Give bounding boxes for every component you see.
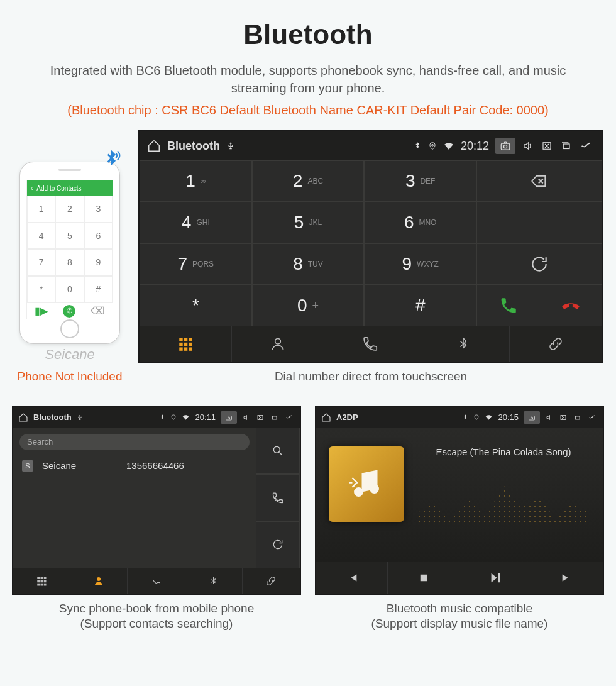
dialer-statusbar-title: Bluetooth bbox=[167, 140, 220, 153]
wifi-icon bbox=[485, 413, 493, 421]
phone-key[interactable]: 1 bbox=[27, 196, 55, 223]
music-time: 20:15 bbox=[498, 412, 519, 422]
phone-video-icon[interactable]: ▮▶ bbox=[35, 305, 48, 317]
phone-key[interactable]: 9 bbox=[84, 249, 113, 276]
tab-contacts[interactable] bbox=[232, 326, 324, 362]
phone-column: ‹ Add to Contacts 1 2 3 4 5 6 7 8 9 * 0 … bbox=[13, 162, 127, 385]
hangup-button[interactable] bbox=[539, 296, 602, 315]
dialer-statusbar: Bluetooth 20:12 bbox=[140, 131, 602, 160]
contact-number: 13566664466 bbox=[126, 460, 184, 471]
dial-key-2[interactable]: 2ABC bbox=[252, 160, 365, 202]
home-icon[interactable] bbox=[147, 139, 161, 153]
svg-rect-21 bbox=[41, 577, 43, 579]
screenshot-icon[interactable] bbox=[221, 411, 237, 424]
tab-recent[interactable] bbox=[128, 568, 185, 594]
svg-rect-27 bbox=[41, 583, 43, 585]
tab-pair[interactable] bbox=[510, 326, 602, 362]
refresh-icon[interactable] bbox=[256, 521, 300, 568]
phone-key[interactable]: * bbox=[27, 276, 55, 303]
dial-key-star[interactable]: * bbox=[140, 285, 252, 326]
dial-keypad: 1∞ 2ABC 3DEF 4GHI 5JKL 6MNO 7PQRS 8TUV 9… bbox=[140, 160, 476, 326]
volume-icon[interactable] bbox=[522, 140, 534, 152]
screenshot-icon[interactable] bbox=[524, 411, 540, 424]
dial-key-1[interactable]: 1∞ bbox=[140, 160, 252, 202]
next-track-button[interactable] bbox=[531, 562, 603, 594]
contacts-search[interactable]: Search bbox=[19, 434, 250, 450]
tab-recent[interactable] bbox=[324, 326, 417, 362]
volume-icon[interactable] bbox=[242, 414, 251, 421]
music-device: A2DP 20:15 Escape (The Pina Colada Song) bbox=[315, 406, 604, 595]
usb-icon bbox=[77, 414, 83, 421]
dial-key-8[interactable]: 8TUV bbox=[252, 243, 365, 285]
svg-rect-9 bbox=[184, 343, 187, 346]
recent-apps-icon[interactable] bbox=[573, 414, 581, 421]
phone-backspace-icon[interactable]: ⌫ bbox=[91, 305, 105, 317]
phone-key[interactable]: # bbox=[84, 276, 113, 303]
home-icon[interactable] bbox=[321, 412, 331, 423]
stop-button[interactable] bbox=[388, 562, 459, 594]
back-icon[interactable] bbox=[586, 414, 598, 421]
dial-key-0[interactable]: 0+ bbox=[252, 285, 365, 326]
phone-key[interactable]: 8 bbox=[55, 249, 84, 276]
backspace-button[interactable] bbox=[476, 160, 602, 202]
svg-rect-18 bbox=[273, 416, 277, 419]
svg-rect-10 bbox=[189, 343, 192, 346]
call-icon[interactable] bbox=[256, 474, 300, 521]
location-icon bbox=[473, 413, 480, 421]
phone-key[interactable]: 4 bbox=[27, 223, 55, 250]
phone-key[interactable]: 6 bbox=[84, 223, 113, 250]
phone-key[interactable]: 0 bbox=[55, 276, 84, 303]
tab-contacts[interactable] bbox=[70, 568, 128, 594]
play-pause-button[interactable] bbox=[459, 562, 531, 594]
dial-key-7[interactable]: 7PQRS bbox=[140, 243, 252, 285]
close-icon[interactable] bbox=[559, 414, 568, 421]
contact-badge: S bbox=[22, 460, 33, 472]
screenshot-icon[interactable] bbox=[495, 138, 515, 154]
description: Integrated with BC6 Bluetooth module, su… bbox=[13, 62, 603, 97]
dial-key-4[interactable]: 4GHI bbox=[140, 202, 252, 243]
phone-key[interactable]: 7 bbox=[27, 249, 55, 276]
tab-bluetooth[interactable] bbox=[417, 326, 510, 362]
contacts-bottom-tabs bbox=[13, 568, 300, 594]
close-icon[interactable] bbox=[541, 140, 553, 152]
phone-screen: ‹ Add to Contacts 1 2 3 4 5 6 7 8 9 * 0 … bbox=[26, 180, 113, 319]
search-icon[interactable] bbox=[256, 428, 300, 475]
volume-icon[interactable] bbox=[545, 414, 554, 421]
prev-track-button[interactable] bbox=[316, 562, 388, 594]
dial-area: 1∞ 2ABC 3DEF 4GHI 5JKL 6MNO 7PQRS 8TUV 9… bbox=[140, 160, 602, 326]
svg-rect-11 bbox=[179, 347, 182, 350]
music-statusbar: A2DP 20:15 bbox=[316, 407, 603, 428]
svg-point-0 bbox=[431, 144, 433, 146]
location-icon bbox=[428, 140, 437, 152]
phone-dial-icon[interactable]: ✆ bbox=[63, 305, 75, 318]
phone-keypad: 1 2 3 4 5 6 7 8 9 * 0 # bbox=[27, 196, 113, 302]
music-visualizer: Escape (The Pina Colada Song) bbox=[417, 446, 590, 543]
call-controls bbox=[476, 285, 602, 326]
dial-key-5[interactable]: 5JKL bbox=[252, 202, 365, 243]
dial-key-6[interactable]: 6MNO bbox=[364, 202, 476, 243]
phone-key[interactable]: 3 bbox=[84, 196, 113, 223]
recent-apps-icon[interactable] bbox=[559, 140, 572, 152]
contacts-device: Bluetooth 20:11 Search bbox=[12, 406, 301, 595]
call-button[interactable] bbox=[477, 296, 539, 315]
dial-key-hash[interactable]: # bbox=[364, 285, 476, 326]
contact-row[interactable]: S Seicane 13566664466 bbox=[13, 455, 256, 477]
dial-key-3[interactable]: 3DEF bbox=[364, 160, 476, 202]
tab-pair[interactable] bbox=[243, 568, 300, 594]
tab-bluetooth[interactable] bbox=[185, 568, 243, 594]
refresh-button[interactable] bbox=[476, 243, 602, 285]
svg-rect-26 bbox=[37, 583, 40, 585]
svg-rect-22 bbox=[44, 577, 47, 579]
tab-keypad[interactable] bbox=[140, 326, 232, 362]
phone-key[interactable]: 2 bbox=[55, 196, 84, 223]
phone-key[interactable]: 5 bbox=[55, 223, 84, 250]
tab-keypad[interactable] bbox=[13, 568, 70, 594]
dial-key-9[interactable]: 9WXYZ bbox=[364, 243, 476, 285]
phone-mockup: ‹ Add to Contacts 1 2 3 4 5 6 7 8 9 * 0 … bbox=[19, 162, 120, 344]
close-icon[interactable] bbox=[256, 414, 265, 421]
back-icon[interactable] bbox=[283, 414, 295, 421]
svg-point-2 bbox=[503, 145, 507, 148]
home-icon[interactable] bbox=[18, 412, 28, 423]
back-icon[interactable] bbox=[578, 140, 595, 152]
recent-apps-icon[interactable] bbox=[270, 414, 278, 421]
